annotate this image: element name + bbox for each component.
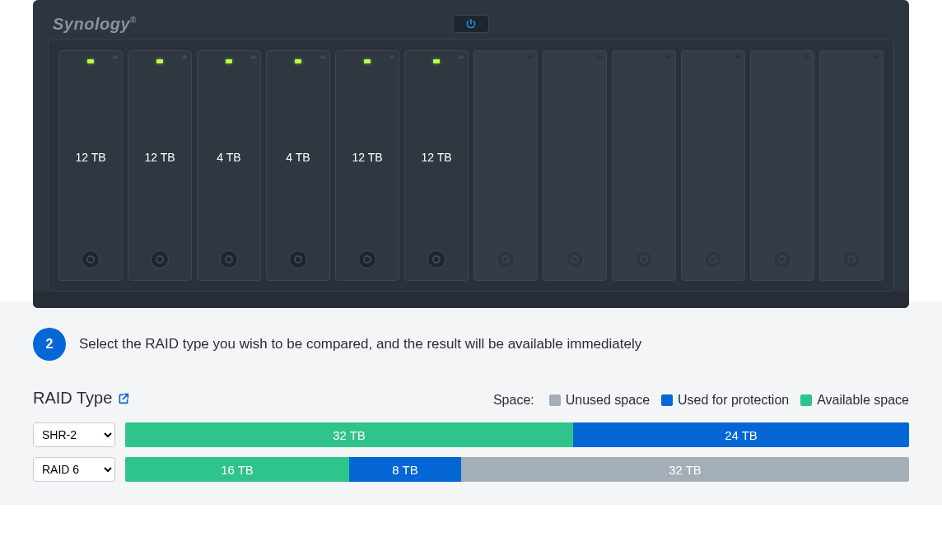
activity-led — [779, 59, 786, 63]
drive-capacity: 12 TB — [352, 151, 382, 164]
activity-led — [433, 59, 440, 63]
external-link-icon — [117, 392, 130, 405]
power-button[interactable] — [453, 15, 489, 33]
eject-icon — [596, 54, 603, 58]
eject-icon — [250, 54, 257, 58]
drive-bay[interactable]: 12 TB — [58, 50, 123, 281]
bay-lock-icon — [635, 250, 653, 268]
nas-chassis: Synology® 12 TB12 TB4 TB4 TB12 TB12 TB — [0, 0, 942, 308]
eject-icon — [734, 54, 741, 58]
drive-bay[interactable] — [750, 50, 814, 281]
activity-led — [156, 59, 163, 63]
legend-protection: Used for protection — [661, 393, 789, 408]
drive-bay[interactable] — [819, 50, 884, 281]
bay-lock-icon — [566, 250, 584, 268]
segment-avail: 32 TB — [125, 422, 573, 447]
legend-available: Available space — [800, 393, 909, 408]
drive-capacity: 12 TB — [144, 151, 175, 164]
step-instruction: Select the RAID type you wish to be comp… — [79, 336, 641, 352]
legend-space-label: Space: — [493, 393, 534, 408]
segment-unused: 32 TB — [461, 457, 909, 482]
space-legend: Space: Unused space Used for protection … — [493, 393, 909, 408]
drive-capacity: 4 TB — [217, 151, 240, 164]
drive-bay[interactable]: 4 TB — [197, 50, 261, 281]
activity-led — [502, 59, 509, 63]
eject-icon — [873, 54, 879, 58]
space-bar: 32 TB24 TB — [125, 422, 909, 447]
bay-lock-icon — [82, 250, 100, 268]
bay-lock-icon — [220, 250, 238, 268]
bay-lock-icon — [842, 250, 860, 268]
drive-bay[interactable]: 12 TB — [335, 50, 399, 281]
drive-capacity: 4 TB — [286, 151, 310, 164]
bay-lock-icon — [773, 250, 791, 268]
space-bar: 16 TB8 TB32 TB — [125, 457, 909, 482]
eject-icon — [112, 54, 119, 58]
raid-bar-row: SHRSHR-2RAID 0RAID 1RAID 5RAID 6RAID 10J… — [33, 457, 909, 482]
drive-bay[interactable] — [473, 50, 538, 281]
power-icon — [465, 18, 477, 30]
bay-lock-icon — [497, 250, 515, 268]
raid-comparison-bars: SHRSHR-2RAID 0RAID 1RAID 5RAID 6RAID 10J… — [33, 422, 909, 482]
segment-prot: 8 TB — [349, 457, 461, 482]
drive-capacity: 12 TB — [75, 151, 105, 164]
raid-type-select[interactable]: SHRSHR-2RAID 0RAID 1RAID 5RAID 6RAID 10J… — [33, 422, 115, 447]
bay-lock-icon — [704, 250, 722, 268]
bay-lock-icon — [427, 250, 445, 268]
drive-bay[interactable]: 12 TB — [128, 50, 192, 281]
bay-lock-icon — [289, 250, 307, 268]
raid-type-heading[interactable]: RAID Type — [33, 389, 130, 408]
bay-lock-icon — [358, 250, 376, 268]
eject-icon — [319, 54, 326, 58]
activity-led — [87, 59, 94, 63]
drive-bay[interactable]: 4 TB — [266, 50, 330, 281]
segment-avail: 16 TB — [125, 457, 349, 482]
activity-led — [641, 59, 647, 63]
drive-bay[interactable] — [543, 50, 607, 281]
activity-led — [295, 59, 301, 63]
activity-led — [226, 59, 232, 63]
activity-led — [364, 59, 371, 63]
drive-bay[interactable]: 12 TB — [404, 50, 469, 281]
raid-type-select[interactable]: SHRSHR-2RAID 0RAID 1RAID 5RAID 6RAID 10J… — [33, 457, 115, 482]
brand-logo: Synology® — [53, 15, 137, 34]
drive-bay[interactable] — [681, 50, 745, 281]
raid-compare-section: 2 Select the RAID type you wish to be co… — [0, 301, 942, 505]
activity-led — [571, 59, 578, 63]
eject-icon — [804, 54, 810, 58]
drive-capacity: 12 TB — [421, 151, 451, 164]
bay-lock-icon — [151, 250, 169, 268]
step-number-badge: 2 — [33, 328, 66, 361]
eject-icon — [389, 54, 395, 58]
eject-icon — [665, 54, 672, 58]
drive-bay-panel: 12 TB12 TB4 TB4 TB12 TB12 TB — [48, 40, 894, 292]
activity-led — [710, 59, 716, 63]
drive-bay[interactable] — [612, 50, 676, 281]
eject-icon — [181, 54, 188, 58]
activity-led — [848, 59, 855, 63]
eject-icon — [458, 54, 464, 58]
eject-icon — [527, 54, 534, 58]
segment-prot: 24 TB — [573, 422, 909, 447]
raid-bar-row: SHRSHR-2RAID 0RAID 1RAID 5RAID 6RAID 10J… — [33, 422, 909, 447]
legend-unused: Unused space — [549, 393, 650, 408]
